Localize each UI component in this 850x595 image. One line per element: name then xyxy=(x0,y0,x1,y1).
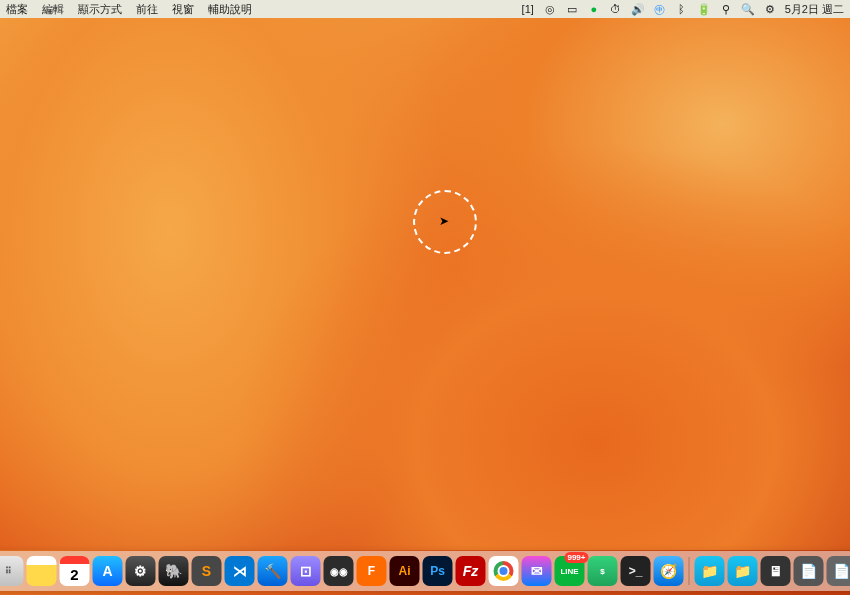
dock-xcode[interactable]: 🔨 xyxy=(258,556,288,586)
desktop-wallpaper[interactable] xyxy=(0,18,850,550)
volume-icon[interactable]: 🔊 xyxy=(631,2,645,16)
control-icon[interactable]: ▭ xyxy=(565,2,579,16)
menu-edit[interactable]: 編輯 xyxy=(42,2,64,17)
dock-filezilla[interactable]: Fz xyxy=(456,556,486,586)
dock-calendar[interactable]: 2 xyxy=(60,556,90,586)
menubar-datetime[interactable]: 5月2日 週二 xyxy=(785,2,844,17)
dock-screenshot[interactable]: ⊡ xyxy=(291,556,321,586)
input-source-icon[interactable]: ㊥ xyxy=(653,2,667,16)
bluetooth-icon[interactable]: ᛒ xyxy=(675,2,689,16)
clock-icon[interactable]: ⏱ xyxy=(609,2,623,16)
dock-terminal[interactable]: >_ xyxy=(621,556,651,586)
line-status-icon[interactable]: ● xyxy=(587,2,601,16)
dock-separator xyxy=(689,557,690,585)
dock-stack-2[interactable]: 📄 xyxy=(794,556,824,586)
dock-stack-3[interactable]: 📄 xyxy=(827,556,851,586)
search-icon[interactable]: 🔍 xyxy=(741,2,755,16)
dock-figma[interactable]: ◉◉ xyxy=(324,556,354,586)
mouse-pointer-icon: ➤ xyxy=(439,214,449,228)
dock-stack-1[interactable]: 🖥 xyxy=(761,556,791,586)
dock-vscode[interactable]: ⋊ xyxy=(225,556,255,586)
dock-mamp[interactable]: 🐘 xyxy=(159,556,189,586)
dock-money[interactable]: $ xyxy=(588,556,618,586)
line-label: LINE xyxy=(560,567,578,576)
menu-file[interactable]: 檔案 xyxy=(6,2,28,17)
menubar: 檔案 編輯 顯示方式 前往 視窗 輔助說明 [1] ◎ ▭ ● ⏱ 🔊 ㊥ ᛒ … xyxy=(0,0,850,18)
dock-downloads[interactable]: 📁 xyxy=(695,556,725,586)
dock-sublime[interactable]: S xyxy=(192,556,222,586)
dock-notes[interactable] xyxy=(27,556,57,586)
line-badge: 999+ xyxy=(564,552,588,563)
dock-photoshop[interactable]: Ps xyxy=(423,556,453,586)
dock-documents[interactable]: 📁 xyxy=(728,556,758,586)
dock-fonts[interactable]: F xyxy=(357,556,387,586)
cursor-highlight-ring: ➤ xyxy=(413,190,477,254)
dock-safari[interactable]: 🧭 xyxy=(654,556,684,586)
dock-settings[interactable]: ⚙ xyxy=(126,556,156,586)
screenshot-marker-icon[interactable]: [1] xyxy=(521,2,535,16)
menubar-right: [1] ◎ ▭ ● ⏱ 🔊 ㊥ ᛒ 🔋 ⚲ 🔍 ⚙ 5月2日 週二 xyxy=(521,2,844,17)
wifi-icon[interactable]: ⚲ xyxy=(719,2,733,16)
menu-go[interactable]: 前往 xyxy=(136,2,158,17)
menubar-left: 檔案 編輯 顯示方式 前往 視窗 輔助說明 xyxy=(6,2,252,17)
control-center-icon[interactable]: ⚙ xyxy=(763,2,777,16)
calendar-day-label: 2 xyxy=(70,566,78,583)
display-icon[interactable]: ◎ xyxy=(543,2,557,16)
battery-icon[interactable]: 🔋 xyxy=(697,2,711,16)
dock-appstore[interactable]: A xyxy=(93,556,123,586)
menu-window[interactable]: 視窗 xyxy=(172,2,194,17)
menu-help[interactable]: 輔助說明 xyxy=(208,2,252,17)
dock-messenger[interactable]: ✉ xyxy=(522,556,552,586)
dock-chrome[interactable] xyxy=(489,556,519,586)
dock-illustrator[interactable]: Ai xyxy=(390,556,420,586)
dock-launchpad[interactable]: ⠿ xyxy=(0,556,24,586)
chrome-icon xyxy=(494,561,514,581)
menu-view[interactable]: 顯示方式 xyxy=(78,2,122,17)
dock: ☻ ⠿ 2 A ⚙ 🐘 S ⋊ 🔨 ⊡ ◉◉ F Ai Ps Fz ✉ LINE… xyxy=(0,551,850,591)
dock-line[interactable]: LINE999+ xyxy=(555,556,585,586)
